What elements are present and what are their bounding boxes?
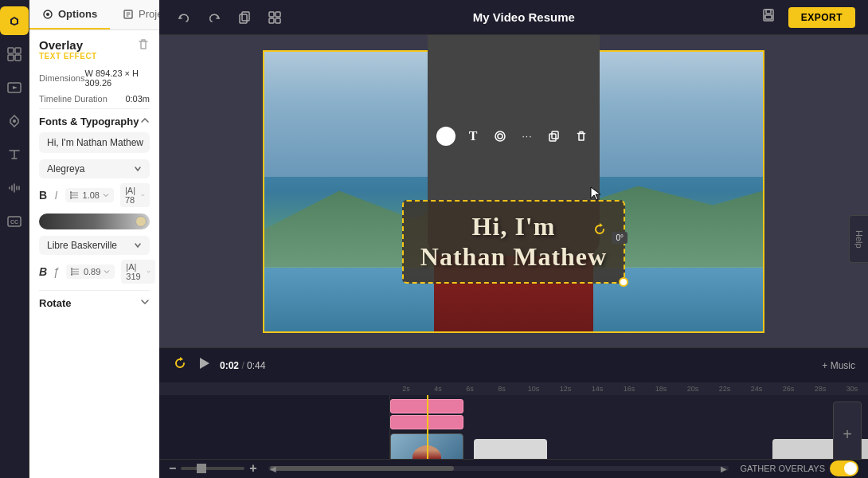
panel-tabs: Options Project [29,0,159,30]
zoom-in-button[interactable]: + [249,461,256,476]
top-bar: My Video Resume EXPORT [159,0,868,35]
svg-rect-16 [240,14,247,23]
playback-bar: 0:02 / 0:44 + Music [159,347,868,382]
sidebar-item-elements[interactable] [0,107,29,135]
fonts-collapse-button[interactable] [140,116,150,127]
chevron-down-icon [134,165,142,173]
timeline-tracks: 0:02 + [159,395,868,459]
gather-overlays-toggle[interactable] [830,460,858,476]
text-icon [7,147,22,162]
save-button[interactable] [761,8,776,26]
zoom-slider-thumb [197,464,206,473]
add-music-button[interactable]: + Music [822,360,855,371]
italic-button[interactable]: I [53,189,58,202]
font-size-value: |A| 78 [125,186,138,205]
overlay-more-button[interactable]: ··· [515,124,539,148]
sidebar-item-media[interactable] [0,73,29,102]
chevron-down-icon-2 [134,241,142,249]
zoom-slider[interactable] [181,467,244,470]
bold-button[interactable]: B [39,189,47,202]
ruler-mark: 4s [422,385,454,393]
color-slider[interactable] [39,214,150,229]
sidebar-item-logo[interactable] [0,6,29,35]
export-button[interactable]: EXPORT [788,7,855,28]
overlay-effects-button[interactable] [488,124,512,148]
play-icon [196,355,212,371]
line-height-control[interactable]: 1.08 [65,188,114,202]
timeline-label: Timeline Duration [39,94,108,104]
rotate-collapse-button[interactable] [140,297,150,309]
text-content-input[interactable] [47,137,159,148]
overlay-info: Overlay TEXT EFFECT [39,38,97,61]
ruler-mark: 20s [677,385,709,393]
scroll-left-button[interactable]: ◀ [268,463,278,474]
ruler-mark: 10s [518,385,549,393]
time-display: 0:02 / 0:44 [220,360,265,371]
svg-rect-19 [269,18,274,23]
delete-icon [576,131,587,142]
options-tab-icon [42,9,53,20]
chevron-up-icon [140,116,150,125]
script-button[interactable]: ƒ [53,265,60,278]
svg-point-25 [498,134,502,139]
rotate-handle[interactable] [592,222,607,240]
undo-button[interactable] [172,6,196,29]
captions-icon: CC [7,214,22,229]
angle-badge: 0° [612,232,628,244]
zoom-out-button[interactable]: − [169,461,176,476]
copy-icon [238,11,251,24]
line-height-value-2: 0.89 [84,267,100,276]
duplicate-icon [549,131,560,142]
time-marker[interactable]: 0:02 [427,395,428,459]
delete-overlay-button[interactable] [137,38,150,54]
font-size-control[interactable]: |A| 78 [120,183,150,207]
sidebar-item-audio[interactable] [0,174,29,202]
line-height-control-2[interactable]: 0.89 [66,264,115,279]
scroll-right-button[interactable]: ▶ [719,463,729,474]
chevron-down-icon-3 [140,297,150,307]
overlay-duplicate-button[interactable] [542,124,566,148]
layout-button[interactable] [263,6,287,29]
overlay-delete-button[interactable] [569,124,593,148]
ruler-mark: 26s [772,385,804,393]
overlay-circle-button[interactable] [434,124,458,148]
text-overlay[interactable]: Hi, I'mNathan Mathew [402,200,625,284]
add-clip-button[interactable]: + [833,402,862,459]
ruler-mark: 24s [741,385,772,393]
sidebar-item-captions[interactable]: CC [0,207,29,236]
dimensions-value: W 894.23 × H 309.26 [84,69,150,88]
play-button[interactable] [196,355,212,375]
sidebar-item-text[interactable] [0,140,29,169]
svg-rect-4 [15,48,21,53]
font1-select[interactable]: Alegreya [39,159,150,178]
svg-rect-23 [765,15,772,19]
text-input-row[interactable] [39,132,150,153]
tab-project[interactable]: Project [110,0,159,29]
ruler-mark: 12s [549,385,581,393]
help-button[interactable]: Help [849,215,868,263]
toggle-thumb [844,462,857,475]
overlay-header: Overlay TEXT EFFECT [39,38,150,61]
overlay-text-button[interactable]: T [461,124,485,148]
sidebar-item-templates[interactable] [0,40,29,69]
save-icon [761,8,776,22]
tab-options[interactable]: Options [29,0,110,29]
font2-select[interactable]: Libre Baskerville [39,236,150,255]
svg-rect-6 [15,55,21,61]
redo-button[interactable] [202,6,226,29]
video-clip-2[interactable] [474,439,547,459]
resize-handle[interactable] [619,277,628,287]
svg-rect-27 [549,134,556,141]
svg-rect-22 [766,10,771,14]
total-time: 0:44 [247,360,265,371]
copy-button[interactable] [233,6,256,29]
bold-button-2[interactable]: B [39,265,47,278]
line-height-icon [70,190,80,200]
lh2-chevron [104,268,110,275]
font-size-control-2[interactable]: |A| 319 [121,260,154,284]
refresh-button[interactable] [172,355,188,375]
effects-icon [494,130,506,143]
timeline-scrollbar[interactable]: ◀ ▶ [268,466,729,471]
undo-icon [178,11,190,24]
templates-icon [7,47,22,61]
